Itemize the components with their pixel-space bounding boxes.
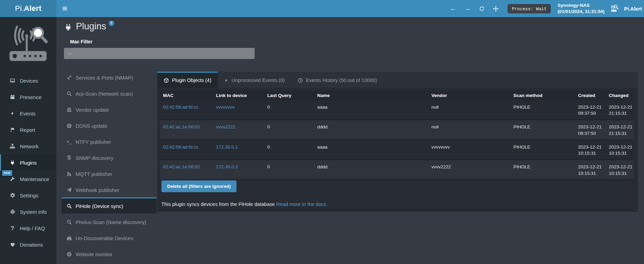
cell-changed: 2023-12-21 21:15:31: [606, 120, 634, 140]
plugin-nav-item-pholus[interactable]: Pholus-Scan (Name discovery): [62, 213, 157, 230]
mac-link[interactable]: 02:42:ac:1e:00:02: [163, 124, 200, 129]
plugin-detail-panel: Plugin Objects (4) Unprocessed Events (0…: [157, 72, 638, 212]
plugin-description: This plugin syncs devices from the PiHol…: [161, 202, 327, 207]
move-arrows-icon: [493, 6, 499, 12]
plugin-nav-label: Website monitor: [76, 251, 112, 257]
device-time: (01/01/2024, 11:31:04): [558, 9, 604, 15]
sidebar-item-presence[interactable]: Presence: [0, 89, 56, 105]
laptop-icon: [10, 78, 15, 83]
refresh-button[interactable]: [475, 0, 489, 17]
tab-plugin-objects[interactable]: Plugin Objects (4): [157, 72, 218, 88]
sidebar-toggle-button[interactable]: [56, 0, 73, 17]
plugin-nav-item-webhook[interactable]: Webhook publisher: [62, 181, 157, 197]
column-header-mac[interactable]: MAC: [160, 91, 213, 100]
brand-logo[interactable]: Pi.Alert: [0, 0, 56, 17]
terminal-icon: >_: [67, 140, 71, 144]
mac-link[interactable]: 02:42:ac:1e:00:02: [163, 164, 200, 169]
brand-right-label: Pi.Alert: [624, 6, 642, 12]
cell-name: aaaa: [314, 100, 428, 120]
plugin-nav-item-vendor-update[interactable]: Vendor update: [62, 101, 157, 117]
satellite-dish-icon: [67, 75, 72, 80]
plugin-description-text: This plugin syncs devices from the PiHol…: [161, 202, 275, 207]
plugin-nav-item-pihole[interactable]: PiHole (Device sync): [62, 197, 157, 213]
plugin-nav-label: SNMP discovery: [76, 155, 113, 161]
tab-unprocessed-events[interactable]: Unprocessed Events (0): [218, 72, 291, 88]
sidebar-item-system-info[interactable]: System info: [0, 204, 56, 220]
sidebar-item-report[interactable]: Report: [0, 122, 56, 138]
plugin-nav-item-website-monitor[interactable]: Website monitor: [62, 246, 157, 262]
cell-created: 2023-12-21 10:15:31: [575, 140, 606, 159]
cell-created: 2023-12-21 09:37:50: [575, 100, 606, 120]
search-icon: [67, 220, 72, 225]
column-header-name[interactable]: Name: [314, 91, 428, 100]
cell-link: 172.30.0.2: [213, 160, 264, 180]
column-header-last-query[interactable]: Last Query: [264, 91, 314, 100]
sidebar-item-network[interactable]: Network: [0, 138, 56, 154]
maximize-button[interactable]: [489, 0, 503, 17]
back-button[interactable]: ←: [445, 0, 460, 17]
column-header-created[interactable]: Created: [575, 91, 606, 100]
mac-link[interactable]: 02:42:59:ad:fd:cc: [163, 144, 199, 150]
column-header-changed[interactable]: Changed: [606, 91, 634, 100]
plugin-nav-item-ntfy[interactable]: >_ NTFY publisher: [62, 133, 157, 149]
plugin-nav-item-arpscan[interactable]: Arp-Scan (Network scan): [62, 85, 157, 101]
cell-vendor: vvvvvvvv: [428, 140, 510, 159]
cell-changed: 2023-12-21 10:15:31: [606, 140, 634, 159]
sidebar-item-settings[interactable]: Settings: [0, 187, 56, 204]
plugin-nav-item-snmp[interactable]: S SNMP discovery: [62, 149, 157, 165]
device-link[interactable]: vvvvvvvv: [216, 105, 234, 110]
sidebar-item-plugins[interactable]: Plugins: [0, 154, 56, 171]
new-feature-badge: NEW: [1, 169, 13, 177]
table-row: 02:42:ac:1e:00:02 vvvv2222 0 dddd null P…: [160, 120, 634, 140]
mac-link[interactable]: 02:42:59:ad:fd:cc: [163, 105, 199, 110]
sidebar-item-label: Settings: [20, 193, 38, 198]
sidebar-item-help-faq[interactable]: ? Help / FAQ: [0, 220, 56, 236]
plugin-nav-item-ddns[interactable]: DDNS update: [62, 117, 157, 133]
gear-icon: [10, 193, 15, 198]
tab-events-history[interactable]: Events History (50 out of 10000): [291, 72, 384, 88]
sidebar: Devices Presence Events Report Network P…: [0, 17, 56, 264]
router-scan-icon: [611, 4, 621, 13]
column-header-vendor[interactable]: Vendor: [428, 91, 510, 100]
sidebar-item-donations[interactable]: Donations: [0, 236, 56, 253]
device-link[interactable]: 172.30.0.2: [216, 164, 238, 169]
delete-all-button[interactable]: Delete all (filters are ignored): [161, 180, 237, 192]
cell-last-query: 0: [264, 160, 314, 180]
sidebar-item-devices[interactable]: Devices: [0, 72, 56, 89]
cell-name: dddd: [314, 120, 428, 140]
cell-last-query: 0: [264, 140, 314, 159]
device-link[interactable]: 172.30.0.1: [216, 144, 238, 150]
sidebar-item-label: System info: [20, 209, 46, 215]
plugin-nav-label: Webhook publisher: [76, 187, 119, 193]
sidebar-item-label: Events: [20, 111, 36, 116]
plugin-objects-table: MAC Link to device Last Query Name Vendo…: [160, 91, 634, 180]
cell-name: dddd: [314, 160, 428, 180]
column-header-scan-method[interactable]: Scan method: [510, 91, 575, 100]
bank-icon: [67, 107, 72, 112]
letter-s-icon: S: [67, 155, 71, 161]
sidebar-item-label: Network: [20, 143, 39, 149]
bolt-icon: [224, 78, 228, 83]
cell-link: 172.30.0.1: [213, 140, 264, 159]
cell-scan-method: PIHOLE: [510, 140, 575, 159]
device-link[interactable]: vvvv2222: [216, 124, 236, 129]
page-title: Plugins ?: [64, 21, 114, 32]
sidebar-menu: Devices Presence Events Report Network P…: [0, 72, 56, 253]
forward-button[interactable]: →: [460, 0, 475, 17]
sidebar-item-events[interactable]: Events: [0, 105, 56, 122]
cell-link: vvvv2222: [213, 120, 264, 140]
plugin-nav-item-nmap[interactable]: Services & Ports (NMAP): [62, 69, 157, 85]
column-header-link[interactable]: Link to device: [213, 91, 264, 100]
cell-created: 2023-12-21 10:15:31: [575, 160, 606, 180]
tab-label: Unprocessed Events (0): [231, 78, 285, 83]
mac-filter-input[interactable]: [64, 48, 255, 59]
cell-last-query: 0: [264, 120, 314, 140]
help-badge[interactable]: ?: [109, 20, 114, 26]
globe-icon: [67, 252, 72, 257]
cell-mac: 02:42:59:ad:fd:cc: [160, 140, 213, 159]
plugin-nav-item-undiscoverable[interactable]: Un-Discoverable Devices: [62, 230, 157, 246]
cell-scan-method: PIHOLE: [510, 120, 575, 140]
main-content: Plugins ? Mac Filter Services & Ports (N…: [56, 17, 644, 264]
docs-link[interactable]: Read more in the docs.: [276, 202, 327, 207]
plugin-nav-item-mqtt[interactable]: MQTT publisher: [62, 165, 157, 181]
